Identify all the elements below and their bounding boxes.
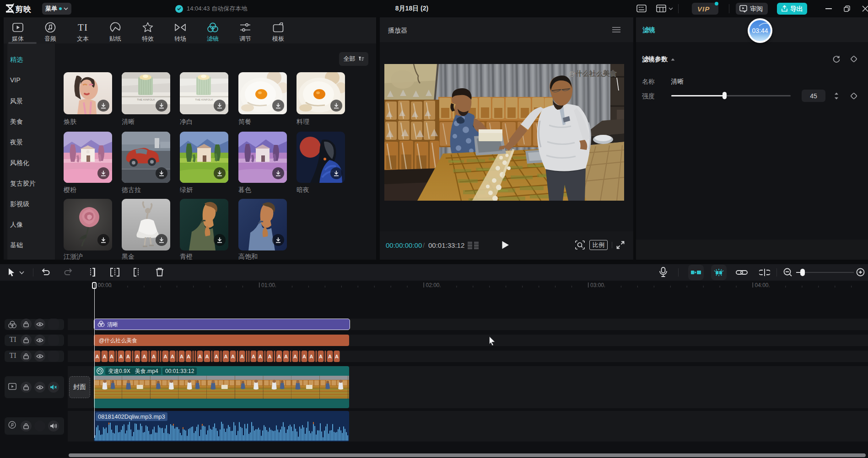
svg-text:A: A xyxy=(268,354,272,359)
svg-text:A: A xyxy=(119,354,123,359)
svg-text:04:00: 04:00 xyxy=(755,282,769,288)
svg-text:A: A xyxy=(240,354,244,359)
svg-text:A: A xyxy=(319,354,323,359)
svg-text:A: A xyxy=(103,354,107,359)
svg-text:A: A xyxy=(180,354,183,359)
svg-text:A: A xyxy=(335,354,339,359)
svg-text:THE KINFOLK: THE KINFOLK xyxy=(195,98,213,101)
svg-text:A: A xyxy=(171,354,174,359)
svg-text:00:00: 00:00 xyxy=(98,282,112,288)
svg-text:A: A xyxy=(293,354,297,359)
svg-text:A: A xyxy=(277,354,281,359)
svg-text:A: A xyxy=(215,354,218,359)
svg-text:A: A xyxy=(110,354,113,359)
svg-text:02:00: 02:00 xyxy=(426,282,440,288)
svg-text:A: A xyxy=(164,354,167,359)
svg-text:01:00: 01:00 xyxy=(261,282,275,288)
svg-text:03:00: 03:00 xyxy=(590,282,604,288)
svg-text:A: A xyxy=(143,354,146,359)
svg-text:A: A xyxy=(259,354,262,359)
svg-text:A: A xyxy=(252,354,255,359)
svg-text:A: A xyxy=(231,354,235,359)
svg-text:A: A xyxy=(205,354,209,359)
svg-text:A: A xyxy=(187,354,190,359)
svg-text:A: A xyxy=(135,354,139,359)
svg-text:A: A xyxy=(224,354,228,359)
svg-text:A: A xyxy=(198,354,202,359)
svg-text:A: A xyxy=(328,354,332,359)
svg-text:@什么社么美食: @什么社么美食 xyxy=(569,69,617,77)
svg-text:A: A xyxy=(126,354,130,359)
svg-text:A: A xyxy=(96,354,99,359)
svg-text:A: A xyxy=(152,354,156,359)
svg-text:THE KINFOLK: THE KINFOLK xyxy=(137,98,155,101)
svg-text:A: A xyxy=(302,354,306,359)
svg-text:A: A xyxy=(310,354,313,359)
svg-text:A: A xyxy=(284,354,288,359)
